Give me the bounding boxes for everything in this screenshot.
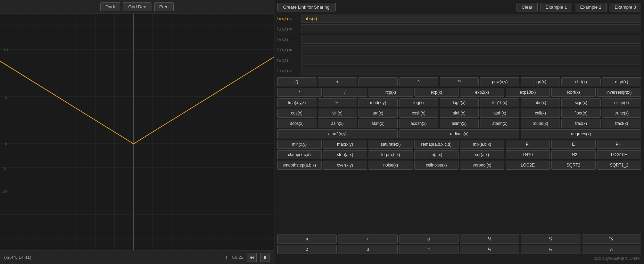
symbol-btn-⅕[interactable]: ⅕	[582, 245, 641, 254]
calc-btn-tanh_x_[interactable]: tanh(x)	[480, 109, 519, 118]
calc-btn-exp10_x_[interactable]: exp10(x)	[506, 88, 550, 97]
graph-area[interactable]: 10 5 0 -5 -10 -15 -10 -5 0 5 10 15	[0, 14, 274, 250]
pause-button[interactable]: ⏸	[260, 253, 270, 262]
calc-btn-atan_x_[interactable]: atan(x)	[358, 119, 398, 128]
calc-btn-_[interactable]: -	[358, 77, 398, 86]
calc-btn-atanh_x_[interactable]: atanh(x)	[480, 119, 519, 128]
dark-button[interactable]: Dark	[100, 2, 120, 11]
func-btn-E[interactable]: E	[551, 140, 596, 149]
func-btn-LN2[interactable]: LN2	[551, 150, 596, 159]
func-btn-saturate_x_[interactable]: saturate(x)	[369, 140, 413, 149]
calc-btn-inversesqrt_x_[interactable]: inversesqrt(x)	[597, 88, 642, 97]
calc-btn-asin_x_[interactable]: asin(x)	[318, 119, 357, 128]
func-btn-SQRT1_2[interactable]: SQRT1_2	[597, 161, 642, 170]
example2-button[interactable]: Example 2	[575, 3, 606, 11]
func-btn-max_x_y_[interactable]: max(x,y)	[323, 140, 368, 149]
calc-btn-pow_x_y_[interactable]: pow(x,y)	[480, 77, 519, 86]
calc-btn-sign_x_[interactable]: sign(x)	[561, 98, 601, 107]
calc-btn-log10_x_[interactable]: log10(x)	[480, 98, 519, 107]
symbol-btn-¾[interactable]: ¾	[521, 245, 580, 254]
func-btn-min_x_y_[interactable]: min(x,y)	[277, 140, 322, 149]
calc-btn-frac_x_[interactable]: frac(x)	[561, 119, 601, 128]
create-link-button[interactable]: Create Link for Sharing	[277, 3, 336, 11]
calc-btn-_[interactable]: %	[318, 98, 357, 107]
calc-btn-radians_x_[interactable]: radians(x)	[399, 129, 520, 138]
calc-btn-log2_x_[interactable]: log2(x)	[440, 98, 479, 107]
func-input-2[interactable]	[302, 24, 641, 33]
calc-btn-tan_x_[interactable]: tan(x)	[358, 109, 398, 118]
func-btn-LOG10E[interactable]: LOG10E	[597, 150, 642, 159]
grid-dec-button[interactable]: Grid Dec	[123, 2, 151, 11]
calc-btn-ssign_x_[interactable]: ssign(x)	[602, 98, 641, 107]
calc-btn-mod_x_y_[interactable]: mod(x,y)	[358, 98, 398, 107]
calc-btn-sqrt_x_[interactable]: sqrt(x)	[521, 77, 560, 86]
calc-btn-acos_x_[interactable]: acos(x)	[277, 119, 316, 128]
func-btn-cellnoise_x_[interactable]: cellnoise(x)	[414, 161, 459, 170]
func-btn-PHI[interactable]: PHI	[597, 140, 642, 149]
func-btn-mix_a_b_x_[interactable]: mix(a,b,x)	[460, 140, 504, 149]
calc-btn-abs_x_[interactable]: abs(x)	[521, 98, 560, 107]
symbol-btn-3[interactable]: 3	[338, 245, 397, 254]
calc-btn-__[interactable]: ()	[277, 77, 316, 86]
func-btn-clamp_x_c_d_[interactable]: clamp(x,c,d)	[277, 150, 322, 159]
free-button[interactable]: Free	[154, 2, 174, 11]
symbol-btn-2[interactable]: 2	[277, 245, 337, 254]
calc-btn-round_x_[interactable]: round(x)	[521, 119, 560, 128]
calc-btn-fract_x_[interactable]: fract(x)	[602, 119, 641, 128]
skip-back-button[interactable]: ⏮	[247, 253, 257, 262]
calc-btn-rsqrt_x_[interactable]: rsqrt(x)	[602, 77, 641, 86]
calc-btn-degrees_x_[interactable]: degrees(x)	[521, 129, 641, 138]
example1-button[interactable]: Example 1	[540, 3, 572, 11]
func-btn-LN10[interactable]: LN10	[506, 150, 550, 159]
calc-btn-sin_x_[interactable]: sin(x)	[318, 109, 357, 118]
symbol-btn-φ[interactable]: φ	[399, 235, 459, 244]
calc-btn-rcp_x_[interactable]: rcp(x)	[369, 88, 413, 97]
calc-btn-trunc_x_[interactable]: trunc(x)	[602, 109, 641, 118]
calc-btn-_[interactable]: /	[323, 88, 368, 97]
clear-button[interactable]: Clear	[517, 3, 538, 11]
calc-btn-rcbrt_x_[interactable]: rcbrt(x)	[551, 88, 596, 97]
symbol-btn-¼[interactable]: ¼	[460, 245, 519, 254]
func-btn-tri_a_x_[interactable]: tri(a,x)	[414, 150, 459, 159]
func-input-6[interactable]	[302, 66, 641, 75]
calc-btn-cos_x_[interactable]: cos(x)	[277, 109, 316, 118]
func-btn-lerp_a_b_x_[interactable]: lerp(a,b,x)	[369, 150, 413, 159]
func-btn-SQRT2[interactable]: SQRT2	[551, 161, 596, 170]
symbol-btn-⅓[interactable]: ⅓	[521, 235, 580, 244]
func-input-4[interactable]	[302, 45, 641, 54]
symbol-btn-4[interactable]: 4	[399, 245, 459, 254]
func-input-5[interactable]	[302, 56, 641, 65]
calc-btn-_[interactable]: +	[318, 77, 357, 86]
calc-btn-acosh_x_[interactable]: acosh(x)	[399, 119, 438, 128]
func-btn-remap_a_b_x_c_d_[interactable]: remap(a,b,x,c,d)	[414, 140, 459, 149]
symbol-btn-τ[interactable]: τ	[338, 235, 397, 244]
calc-btn-cbrt_x_[interactable]: cbrt(x)	[561, 77, 601, 86]
calc-btn-log_x_[interactable]: log(x)	[399, 98, 438, 107]
calc-btn-exp_x_[interactable]: exp(x)	[414, 88, 459, 97]
func-btn-step_a_x_[interactable]: step(a,x)	[323, 150, 368, 159]
calc-btn-ceil_x_[interactable]: ceil(x)	[521, 109, 560, 118]
calc-btn-asinh_x_[interactable]: asinh(x)	[440, 119, 479, 128]
func-btn-LOG2E[interactable]: LOG2E	[506, 161, 550, 170]
calc-btn-floor_x_[interactable]: floor(x)	[561, 109, 601, 118]
symbol-btn-½[interactable]: ½	[460, 235, 519, 244]
calc-btn-atan2_x_y_[interactable]: atan2(x,y)	[277, 129, 398, 138]
symbol-btn-π[interactable]: π	[277, 235, 337, 244]
func-btn-smoothstep_a_b_x_[interactable]: smoothstep(a,b,x)	[277, 161, 322, 170]
symbol-btn-⅔[interactable]: ⅔	[582, 235, 641, 244]
calc-btn-_[interactable]: *	[277, 88, 322, 97]
func-btn-voronoi_x_[interactable]: voronoi(x)	[460, 161, 504, 170]
calc-btn-__[interactable]: **	[440, 77, 479, 86]
func-input-1[interactable]	[302, 14, 641, 23]
func-input-3[interactable]	[302, 35, 641, 44]
func-btn-PI[interactable]: PI	[506, 140, 550, 149]
calc-btn-_[interactable]: ^	[399, 77, 438, 86]
func-btn-over_x_y_[interactable]: over(x,y)	[323, 161, 368, 170]
calc-btn-exp2_x_[interactable]: exp2(x)	[460, 88, 504, 97]
calc-btn-cosh_x_[interactable]: cosh(x)	[399, 109, 438, 118]
func-btn-noise_x_[interactable]: noise(x)	[369, 161, 413, 170]
func-btn-sqr_a_x_[interactable]: sqr(a,x)	[460, 150, 504, 159]
calc-btn-fma_x_y_z_[interactable]: fma(x,y,z)	[277, 98, 316, 107]
calc-btn-sinh_x_[interactable]: sinh(x)	[440, 109, 479, 118]
example3-button[interactable]: Example 3	[610, 3, 641, 11]
